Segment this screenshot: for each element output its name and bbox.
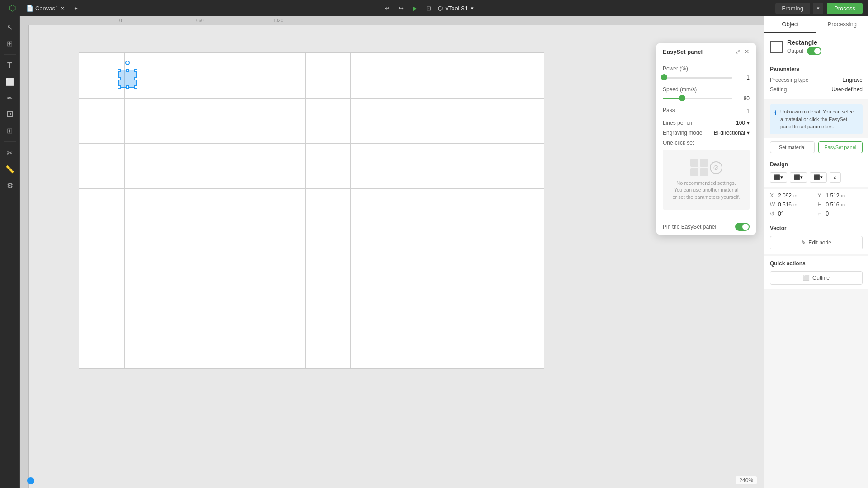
sidebar-apps-icon[interactable]: ⚙: [3, 178, 17, 192]
y-unit: in: [841, 193, 845, 198]
material-no-settings-text: No recommended settings. You can use ano…: [672, 180, 741, 201]
material-squares: [690, 159, 708, 176]
sidebar-pen-icon[interactable]: ✒: [3, 91, 17, 105]
parameters-section: Parameters Processing type Engrave Setti…: [764, 61, 868, 99]
canvas-inner[interactable]: [29, 25, 764, 488]
outline-btn[interactable]: ⬜ Outline: [770, 271, 863, 285]
easyset-close-icon[interactable]: ✕: [744, 48, 750, 55]
sidebar-crop-icon[interactable]: ✂: [3, 145, 17, 160]
power-slider[interactable]: [663, 76, 732, 79]
speed-slider[interactable]: [663, 97, 732, 100]
tab-object[interactable]: Object: [764, 16, 816, 33]
sidebar-measure-icon[interactable]: 📏: [3, 162, 17, 176]
action-buttons: Set material EasySet panel: [764, 138, 868, 157]
easyset-panel-btn[interactable]: EasySet panel: [818, 141, 863, 153]
handle-bl[interactable]: [118, 85, 121, 89]
power-thumb[interactable]: [661, 74, 667, 80]
sidebar-shapes-icon[interactable]: ⬜: [3, 75, 17, 89]
rect-icon: [770, 41, 783, 53]
engrave-dropdown-icon: ▾: [747, 130, 750, 136]
speed-slider-row: 80: [663, 95, 750, 102]
quick-actions-section: Quick actions ⬜ Outline: [764, 256, 868, 289]
lines-value[interactable]: 100 ▾: [736, 120, 750, 126]
processing-type-value: Engrave: [842, 77, 863, 83]
device-icon: ⬡: [438, 5, 443, 12]
handle-mr[interactable]: [134, 77, 137, 80]
info-text: Unknown material. You can select a mater…: [780, 108, 858, 131]
h-unit: in: [841, 202, 845, 207]
add-canvas-btn[interactable]: +: [71, 3, 80, 14]
redo-btn[interactable]: ↪: [396, 3, 406, 14]
w-value: 0.516: [778, 202, 792, 208]
processing-type-row: Processing type Engrave: [770, 77, 863, 86]
sidebar-text-icon[interactable]: T: [3, 58, 17, 73]
processing-type-key: Processing type: [770, 77, 808, 83]
selected-rect[interactable]: [118, 70, 137, 88]
handle-ml[interactable]: [118, 77, 121, 80]
easyset-panel: EasySet panel ⤢ ✕ Power (%) 1: [656, 43, 756, 235]
canvas-close-icon: ✕: [60, 5, 65, 12]
canvas-ruler-left: [20, 25, 29, 488]
undo-btn[interactable]: ↩: [382, 3, 392, 14]
speed-label: Speed (mm/s): [663, 86, 750, 93]
set-material-btn[interactable]: Set material: [770, 141, 815, 153]
h-value: 0.516: [826, 202, 840, 208]
handle-tr[interactable]: [134, 69, 137, 72]
pin-label: Pin the EasySet panel: [663, 224, 716, 230]
framing-dropdown-btn[interactable]: ▾: [813, 3, 823, 14]
align-left-btn[interactable]: ⬛▾: [770, 172, 787, 183]
object-info: Rectangle Output: [787, 39, 821, 55]
speed-thumb[interactable]: [679, 95, 685, 101]
selected-object[interactable]: [118, 70, 137, 88]
framing-btn[interactable]: Framing: [775, 3, 810, 14]
distribute-btn[interactable]: ⬛▾: [810, 172, 827, 183]
handle-tm[interactable]: [126, 69, 129, 72]
sidebar-layers-icon[interactable]: ⊞: [3, 36, 17, 51]
titlebar: ⬡ 📄 Canvas1 ✕ + ↩ ↪ ▶ ⊡ ⬡ xTool S1 ▾ Fra…: [0, 0, 868, 16]
parameters-title: Parameters: [770, 66, 863, 72]
handle-br[interactable]: [134, 85, 137, 89]
engrave-value[interactable]: Bi-directional ▾: [714, 130, 750, 136]
canvas-white: [79, 52, 544, 369]
edit-node-btn[interactable]: ✎ Edit node: [770, 236, 863, 249]
speed-param: Speed (mm/s) 80: [663, 86, 750, 102]
lines-param: Lines per cm 100 ▾: [663, 120, 750, 126]
sidebar-image-icon[interactable]: 🖼: [3, 107, 17, 122]
ruler-mark-1: 660: [196, 18, 204, 23]
tab-processing[interactable]: Processing: [816, 16, 868, 33]
power-slider-row: 1: [663, 75, 750, 81]
handle-tl[interactable]: [118, 69, 121, 72]
layers-btn[interactable]: ⊡: [424, 3, 434, 14]
canvas-area[interactable]: 0 660 1320: [20, 16, 764, 488]
corner-label: ⌐: [818, 211, 824, 217]
pin-toggle[interactable]: [735, 223, 750, 231]
rotate-handle[interactable]: [125, 61, 130, 65]
output-toggle[interactable]: [807, 47, 821, 55]
w-cell: W 0.516 in: [770, 202, 815, 208]
setting-row: Setting User-defined: [770, 86, 863, 93]
sidebar-select-icon[interactable]: ↖: [3, 20, 17, 34]
play-btn[interactable]: ▶: [410, 3, 420, 14]
h-cell: H 0.516 in: [818, 202, 863, 208]
grid-h4: [79, 234, 544, 234]
design-title: Design: [770, 161, 863, 168]
align-right-btn[interactable]: ⬛▾: [790, 172, 807, 183]
grid-v5: [305, 53, 306, 368]
process-btn[interactable]: Process: [827, 3, 863, 14]
easyset-header: EasySet panel ⤢ ✕: [656, 43, 756, 60]
setting-key: Setting: [770, 86, 787, 93]
pass-param: Pass 1: [663, 107, 750, 116]
handle-bm[interactable]: [126, 85, 129, 89]
canvas-tab[interactable]: 📄 Canvas1 ✕: [24, 3, 68, 14]
grid-h1: [79, 98, 544, 99]
engrave-param: Engraving mode Bi-directional ▾: [663, 130, 750, 136]
right-tabs: Object Processing: [764, 16, 868, 33]
design-tools: ⬛▾ ⬛▾ ⬛▾ ⌂: [770, 172, 863, 183]
x-value: 2.092: [778, 192, 792, 199]
sidebar-grid-icon[interactable]: ⊞: [3, 123, 17, 138]
pin-row: Pin the EasySet panel: [656, 219, 756, 235]
easyset-expand-icon[interactable]: ⤢: [735, 48, 741, 55]
ruler-mark-2: 1320: [273, 18, 283, 23]
x-cell: X 2.092 in: [770, 192, 815, 199]
more-design-btn[interactable]: ⌂: [830, 172, 841, 183]
